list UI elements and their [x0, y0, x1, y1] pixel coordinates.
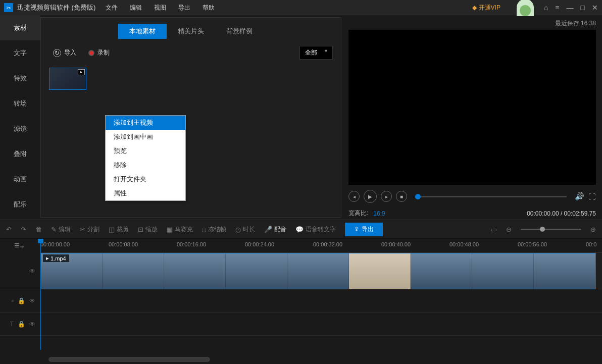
ratio-value[interactable]: 16:9	[373, 210, 385, 217]
undo-icon: ↶	[6, 226, 12, 233]
menu-view[interactable]: 视图	[154, 4, 166, 12]
volume-icon[interactable]: 🔊	[575, 192, 584, 201]
playhead[interactable]	[40, 239, 41, 350]
video-preview[interactable]	[348, 30, 596, 185]
scissors-icon: ✂	[80, 226, 85, 233]
media-tabs: 本地素材 精美片头 背景样例	[49, 24, 333, 39]
record-button[interactable]: 录制	[88, 48, 110, 57]
sidebar-item-overlay[interactable]: 叠附	[0, 141, 40, 167]
stt-button[interactable]: 💬语音转文字	[295, 225, 336, 234]
record-label: 录制	[97, 48, 110, 57]
ctx-properties[interactable]: 属性	[106, 186, 185, 200]
overlay-track-header: ▫ 🔒 👁	[0, 289, 40, 313]
tab-local[interactable]: 本地素材	[118, 24, 167, 39]
split-button[interactable]: ✂分割	[80, 225, 99, 234]
text-track-icon: T	[10, 321, 14, 328]
last-saved: 最近保存 16:38	[348, 19, 596, 28]
sidebar-item-transition[interactable]: 转场	[0, 91, 40, 116]
edit-button[interactable]: ✎编辑	[51, 225, 71, 234]
ruler-tick: 00:00:32.00	[313, 241, 342, 247]
next-frame-button[interactable]: ▸	[381, 191, 392, 202]
redo-button[interactable]: ↷	[21, 226, 26, 233]
ctx-add-main-video[interactable]: 添加到主视频	[106, 116, 185, 130]
app-title: 迅捷视频剪辑软件 (免费版)	[17, 3, 95, 12]
context-menu: 添加到主视频 添加到画中画 预览 移除 打开文件夹 属性	[105, 115, 186, 201]
minimize-icon[interactable]: —	[567, 4, 574, 12]
ctx-remove[interactable]: 移除	[106, 158, 185, 172]
import-button[interactable]: ↻ 导入	[49, 46, 80, 59]
add-track-button[interactable]: ≡₊	[14, 240, 25, 251]
menu-export[interactable]: 导出	[178, 4, 190, 12]
menu-help[interactable]: 帮助	[203, 4, 215, 12]
filter-select[interactable]: 全部	[299, 46, 333, 60]
sidebar-item-text[interactable]: 文字	[0, 40, 40, 66]
freeze-icon: ⎍	[202, 226, 206, 233]
menu-edit[interactable]: 编辑	[130, 4, 142, 12]
undo-button[interactable]: ↶	[6, 226, 12, 233]
clock-icon: ◷	[235, 226, 241, 233]
sidebar-item-material[interactable]: 素材	[0, 15, 40, 40]
progress-handle[interactable]	[415, 194, 421, 199]
menu-file[interactable]: 文件	[106, 4, 118, 12]
dub-button[interactable]: 🎤配音	[264, 225, 286, 234]
menu-icon[interactable]: ≡	[555, 4, 559, 12]
video-track[interactable]: ▸ 1.mp4	[40, 253, 602, 289]
zoom-handle[interactable]	[540, 227, 545, 232]
progress-bar[interactable]	[415, 196, 567, 197]
sidebar-item-animation[interactable]: 动画	[0, 167, 40, 192]
text-track[interactable]	[40, 313, 602, 336]
prev-frame-button[interactable]: ◂	[348, 191, 360, 202]
category-sidebar: 素材 文字 特效 转场 滤镜 叠附 动画 配乐	[0, 15, 40, 220]
delete-button[interactable]: 🗑	[35, 226, 42, 233]
media-thumbnail[interactable]	[49, 68, 86, 90]
fit-button[interactable]: ▭	[491, 226, 497, 233]
titlebar: ✂ 迅捷视频剪辑软件 (免费版) 文件 编辑 视图 导出 帮助 ◆ 开通VIP …	[0, 0, 602, 15]
ruler-tick: 00:00:56.00	[518, 241, 547, 247]
fullscreen-icon[interactable]: ⛶	[588, 192, 596, 201]
eye-icon[interactable]: 👁	[29, 321, 35, 328]
zoom-out-button[interactable]: ⊖	[506, 226, 512, 233]
pencil-icon: ✎	[51, 226, 57, 233]
freeze-button[interactable]: ⎍冻结帧	[202, 225, 226, 234]
ctx-open-folder[interactable]: 打开文件夹	[106, 172, 185, 186]
eye-icon[interactable]: 👁	[29, 297, 35, 304]
video-clip[interactable]: ▸ 1.mp4	[40, 253, 596, 289]
preview-panel: 最近保存 16:38 ◂ ▶ ▸ ■ 🔊 ⛶ 宽高比: 16:9 00:00:0…	[344, 15, 602, 220]
maximize-icon[interactable]: □	[581, 4, 585, 12]
stop-button[interactable]: ■	[396, 191, 407, 202]
ctx-add-pip[interactable]: 添加到画中画	[106, 130, 185, 144]
time-ruler[interactable]: 00:00:00.00 00:00:08.00 00:00:16.00 00:0…	[40, 239, 602, 253]
zoom-slider[interactable]	[521, 229, 581, 230]
vip-button[interactable]: ◆ 开通VIP	[472, 4, 500, 12]
lock-icon[interactable]: 🔒	[18, 321, 25, 328]
ctx-preview[interactable]: 预览	[106, 144, 185, 158]
zoom-button[interactable]: ⊡缩放	[138, 225, 158, 234]
overlay-track-icon: ▫	[12, 297, 14, 304]
sidebar-item-music[interactable]: 配乐	[0, 192, 40, 217]
overlay-track[interactable]	[40, 289, 602, 313]
mosaic-button[interactable]: ▦马赛克	[167, 225, 193, 234]
home-icon[interactable]: ⌂	[544, 4, 548, 12]
edit-toolbar: ↶ ↷ 🗑 ✎编辑 ✂分割 ◫裁剪 ⊡缩放 ▦马赛克 ⎍冻结帧 ◷时长 🎤配音 …	[0, 220, 602, 239]
crop-button[interactable]: ◫裁剪	[109, 225, 129, 234]
avatar[interactable]	[517, 0, 534, 16]
timeline: ≡₊ 00:00:00.00 00:00:08.00 00:00:16.00 0…	[0, 239, 602, 364]
export-button[interactable]: ⇪导出	[345, 223, 383, 236]
tab-intro[interactable]: 精美片头	[167, 24, 215, 39]
zoom-in-button[interactable]: ⊕	[590, 226, 596, 233]
ruler-tick: 00:00:16.00	[177, 241, 206, 247]
close-icon[interactable]: ✕	[592, 4, 598, 12]
vip-label: 开通VIP	[479, 4, 500, 12]
sidebar-item-filter[interactable]: 滤镜	[0, 116, 40, 141]
app-logo-icon: ✂	[4, 3, 13, 12]
ruler-tick: 00:0	[586, 241, 596, 247]
horizontal-scrollbar[interactable]	[48, 357, 210, 362]
sidebar-item-effects[interactable]: 特效	[0, 66, 40, 91]
lock-icon[interactable]: 🔒	[18, 297, 25, 304]
play-button[interactable]: ▶	[364, 190, 377, 203]
eye-icon[interactable]: 👁	[29, 268, 35, 275]
import-icon: ↻	[53, 49, 61, 57]
duration-button[interactable]: ◷时长	[235, 225, 255, 234]
tab-background[interactable]: 背景样例	[215, 24, 264, 39]
time-display: 00:00:00.00 / 00:02:59.75	[527, 210, 596, 217]
